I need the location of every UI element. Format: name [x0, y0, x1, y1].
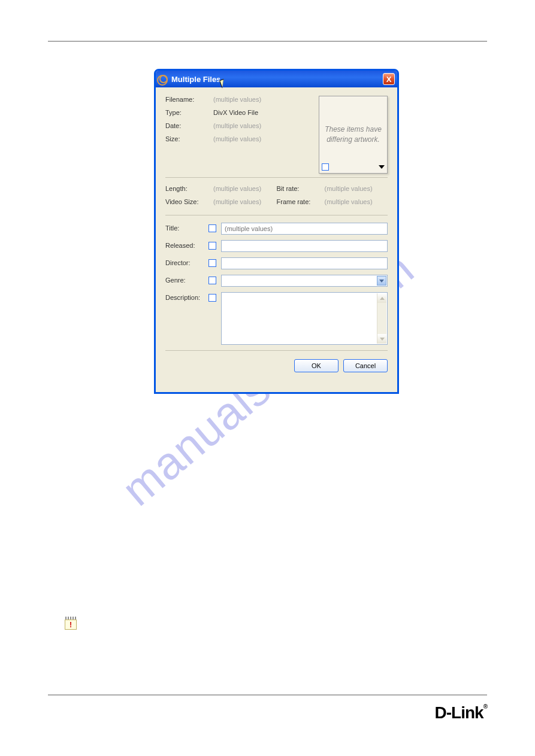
dialog-body: Filename: (multiple values) Type: DivX V… — [156, 87, 397, 378]
length-label: Length: — [165, 185, 213, 192]
videosize-label: Video Size: — [165, 198, 213, 205]
bitrate-label: Bit rate: — [277, 185, 325, 192]
file-info-grid: Filename: (multiple values) Type: DivX V… — [165, 96, 319, 148]
description-checkbox[interactable] — [208, 294, 216, 302]
title-field-label: Title: — [165, 223, 208, 232]
dlink-logo: D-Link® — [435, 703, 487, 722]
dialog-title: Multiple Files — [171, 75, 383, 84]
genre-checkbox[interactable] — [208, 277, 216, 284]
close-button[interactable]: X — [383, 73, 395, 85]
dialog-titlebar[interactable]: Multiple Files X — [156, 71, 397, 87]
ok-button[interactable]: OK — [294, 359, 338, 372]
date-label: Date: — [165, 122, 213, 129]
director-field-label: Director: — [165, 257, 208, 266]
note-icon: ! — [65, 617, 77, 630]
videosize-value: (multiple values) — [213, 198, 261, 205]
page-divider-bottom — [48, 694, 487, 696]
released-field-label: Released: — [165, 240, 208, 249]
type-label: Type: — [165, 109, 213, 116]
metadata-fields: Title: Released: Director: Genre: — [165, 223, 388, 345]
dialog-button-row: OK Cancel — [165, 359, 388, 372]
scroll-down-icon[interactable] — [377, 334, 386, 344]
framerate-value: (multiple values) — [325, 198, 373, 205]
released-checkbox[interactable] — [208, 242, 216, 250]
type-value: DivX Video File — [213, 109, 258, 116]
size-value: (multiple values) — [213, 135, 261, 142]
director-checkbox[interactable] — [208, 259, 216, 267]
director-input[interactable] — [221, 257, 388, 269]
artwork-text: These items have differing artwork. — [323, 125, 383, 145]
section-divider-3 — [165, 350, 388, 351]
description-textarea[interactable] — [221, 292, 388, 345]
app-icon — [159, 75, 168, 83]
description-field-label: Description: — [165, 292, 208, 301]
length-value: (multiple values) — [213, 185, 261, 192]
multiple-files-dialog: Multiple Files X Filename: (multiple val… — [154, 69, 399, 394]
genre-select[interactable] — [221, 275, 388, 287]
artwork-panel: These items have differing artwork. — [319, 96, 388, 174]
size-label: Size: — [165, 135, 213, 142]
date-value: (multiple values) — [213, 122, 261, 129]
textarea-scrollbar[interactable] — [377, 293, 386, 344]
page-divider-top — [48, 41, 487, 42]
scroll-up-icon[interactable] — [377, 293, 386, 303]
filename-label: Filename: — [165, 96, 213, 103]
chevron-down-icon[interactable] — [377, 276, 386, 286]
media-info-grid: Length: (multiple values) Bit rate: (mul… — [165, 185, 388, 211]
framerate-label: Frame rate: — [277, 198, 325, 205]
cancel-button[interactable]: Cancel — [343, 359, 388, 372]
released-input[interactable] — [221, 240, 388, 252]
section-divider-1 — [165, 177, 388, 178]
title-input[interactable] — [221, 223, 388, 235]
title-checkbox[interactable] — [208, 224, 216, 232]
section-divider-2 — [165, 215, 388, 215]
alert-glyph: ! — [65, 620, 77, 630]
filename-value: (multiple values) — [213, 96, 261, 103]
artwork-checkbox[interactable] — [322, 163, 329, 171]
genre-field-label: Genre: — [165, 275, 208, 284]
artwork-dropdown-icon[interactable] — [379, 165, 385, 169]
bitrate-value: (multiple values) — [325, 185, 373, 192]
